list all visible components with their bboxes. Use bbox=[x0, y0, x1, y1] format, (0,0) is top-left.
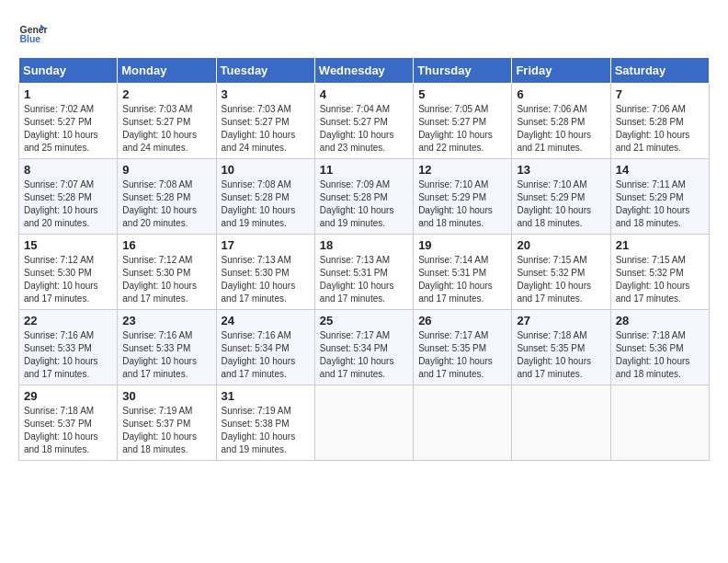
header-sunday: Sunday bbox=[19, 58, 118, 84]
day-number: 11 bbox=[320, 163, 408, 177]
day-number: 28 bbox=[616, 314, 704, 327]
table-row: 31 Sunrise: 7:19 AM Sunset: 5:38 PM Dayl… bbox=[216, 385, 314, 461]
table-row: 2 Sunrise: 7:03 AM Sunset: 5:27 PM Dayli… bbox=[118, 84, 216, 159]
day-info: Sunrise: 7:14 AM Sunset: 5:31 PM Dayligh… bbox=[418, 254, 506, 305]
day-info: Sunrise: 7:10 AM Sunset: 5:29 PM Dayligh… bbox=[517, 178, 605, 230]
day-info: Sunrise: 7:15 AM Sunset: 5:32 PM Dayligh… bbox=[616, 254, 704, 305]
table-row: 15 Sunrise: 7:12 AM Sunset: 5:30 PM Dayl… bbox=[19, 235, 118, 310]
table-row: 1 Sunrise: 7:02 AM Sunset: 5:27 PM Dayli… bbox=[19, 84, 118, 159]
day-info: Sunrise: 7:04 AM Sunset: 5:27 PM Dayligh… bbox=[320, 103, 408, 155]
table-row: 20 Sunrise: 7:15 AM Sunset: 5:32 PM Dayl… bbox=[512, 235, 610, 310]
day-info: Sunrise: 7:19 AM Sunset: 5:38 PM Dayligh… bbox=[222, 405, 310, 456]
table-row bbox=[314, 385, 413, 461]
table-row: 10 Sunrise: 7:08 AM Sunset: 5:28 PM Dayl… bbox=[216, 159, 314, 235]
table-row: 29 Sunrise: 7:18 AM Sunset: 5:37 PM Dayl… bbox=[19, 385, 118, 461]
day-number: 20 bbox=[517, 238, 605, 252]
logo: General Blue bbox=[18, 18, 48, 48]
calendar-week-row: 29 Sunrise: 7:18 AM Sunset: 5:37 PM Dayl… bbox=[19, 385, 710, 461]
table-row: 6 Sunrise: 7:06 AM Sunset: 5:28 PM Dayli… bbox=[512, 84, 610, 159]
day-info: Sunrise: 7:19 AM Sunset: 5:37 PM Dayligh… bbox=[122, 405, 210, 456]
header-monday: Monday bbox=[118, 58, 216, 84]
day-number: 15 bbox=[24, 238, 112, 252]
day-number: 17 bbox=[222, 238, 310, 252]
day-info: Sunrise: 7:03 AM Sunset: 5:27 PM Dayligh… bbox=[222, 103, 310, 155]
day-number: 4 bbox=[320, 87, 408, 101]
day-number: 12 bbox=[418, 163, 506, 177]
logo-icon: General Blue bbox=[18, 18, 48, 48]
table-row: 3 Sunrise: 7:03 AM Sunset: 5:27 PM Dayli… bbox=[216, 84, 314, 159]
day-number: 5 bbox=[418, 87, 506, 101]
day-number: 16 bbox=[122, 238, 210, 252]
table-row: 4 Sunrise: 7:04 AM Sunset: 5:27 PM Dayli… bbox=[314, 84, 413, 159]
table-row: 24 Sunrise: 7:16 AM Sunset: 5:34 PM Dayl… bbox=[216, 310, 314, 385]
day-info: Sunrise: 7:09 AM Sunset: 5:28 PM Dayligh… bbox=[320, 178, 408, 230]
day-info: Sunrise: 7:06 AM Sunset: 5:28 PM Dayligh… bbox=[616, 103, 704, 155]
table-row: 18 Sunrise: 7:13 AM Sunset: 5:31 PM Dayl… bbox=[314, 235, 413, 310]
table-row: 11 Sunrise: 7:09 AM Sunset: 5:28 PM Dayl… bbox=[314, 159, 413, 235]
day-number: 6 bbox=[517, 87, 605, 101]
day-info: Sunrise: 7:13 AM Sunset: 5:31 PM Dayligh… bbox=[320, 254, 408, 305]
table-row: 23 Sunrise: 7:16 AM Sunset: 5:33 PM Dayl… bbox=[118, 310, 216, 385]
day-number: 27 bbox=[517, 314, 605, 327]
table-row: 13 Sunrise: 7:10 AM Sunset: 5:29 PM Dayl… bbox=[512, 159, 610, 235]
day-info: Sunrise: 7:16 AM Sunset: 5:33 PM Dayligh… bbox=[24, 329, 112, 381]
day-number: 29 bbox=[24, 389, 112, 403]
calendar-week-row: 15 Sunrise: 7:12 AM Sunset: 5:30 PM Dayl… bbox=[19, 235, 710, 310]
day-info: Sunrise: 7:17 AM Sunset: 5:35 PM Dayligh… bbox=[418, 329, 506, 381]
day-info: Sunrise: 7:11 AM Sunset: 5:29 PM Dayligh… bbox=[616, 178, 704, 230]
day-info: Sunrise: 7:12 AM Sunset: 5:30 PM Dayligh… bbox=[24, 254, 112, 305]
day-number: 3 bbox=[222, 87, 310, 101]
day-info: Sunrise: 7:16 AM Sunset: 5:34 PM Dayligh… bbox=[222, 329, 310, 381]
table-row: 14 Sunrise: 7:11 AM Sunset: 5:29 PM Dayl… bbox=[610, 159, 709, 235]
day-number: 24 bbox=[222, 314, 310, 327]
table-row: 9 Sunrise: 7:08 AM Sunset: 5:28 PM Dayli… bbox=[118, 159, 216, 235]
day-info: Sunrise: 7:18 AM Sunset: 5:37 PM Dayligh… bbox=[24, 405, 112, 456]
table-row: 30 Sunrise: 7:19 AM Sunset: 5:37 PM Dayl… bbox=[118, 385, 216, 461]
calendar-table: Sunday Monday Tuesday Wednesday Thursday… bbox=[18, 57, 710, 461]
calendar-header-row: Sunday Monday Tuesday Wednesday Thursday… bbox=[19, 58, 710, 84]
table-row: 7 Sunrise: 7:06 AM Sunset: 5:28 PM Dayli… bbox=[610, 84, 709, 159]
day-info: Sunrise: 7:18 AM Sunset: 5:36 PM Dayligh… bbox=[616, 329, 704, 381]
day-number: 22 bbox=[24, 314, 112, 327]
day-info: Sunrise: 7:17 AM Sunset: 5:34 PM Dayligh… bbox=[320, 329, 408, 381]
table-row: 12 Sunrise: 7:10 AM Sunset: 5:29 PM Dayl… bbox=[414, 159, 512, 235]
table-row: 17 Sunrise: 7:13 AM Sunset: 5:30 PM Dayl… bbox=[216, 235, 314, 310]
day-number: 26 bbox=[418, 314, 506, 327]
header-saturday: Saturday bbox=[610, 58, 709, 84]
header-tuesday: Tuesday bbox=[216, 58, 314, 84]
day-info: Sunrise: 7:16 AM Sunset: 5:33 PM Dayligh… bbox=[122, 329, 210, 381]
day-number: 13 bbox=[517, 163, 605, 177]
svg-text:General: General bbox=[20, 25, 48, 35]
day-info: Sunrise: 7:06 AM Sunset: 5:28 PM Dayligh… bbox=[517, 103, 605, 155]
day-info: Sunrise: 7:18 AM Sunset: 5:35 PM Dayligh… bbox=[517, 329, 605, 381]
table-row: 16 Sunrise: 7:12 AM Sunset: 5:30 PM Dayl… bbox=[118, 235, 216, 310]
day-info: Sunrise: 7:08 AM Sunset: 5:28 PM Dayligh… bbox=[222, 178, 310, 230]
day-info: Sunrise: 7:12 AM Sunset: 5:30 PM Dayligh… bbox=[122, 254, 210, 305]
day-number: 1 bbox=[24, 87, 112, 101]
day-info: Sunrise: 7:07 AM Sunset: 5:28 PM Dayligh… bbox=[24, 178, 112, 230]
day-number: 7 bbox=[616, 87, 704, 101]
header-wednesday: Wednesday bbox=[314, 58, 413, 84]
table-row bbox=[610, 385, 709, 461]
day-info: Sunrise: 7:02 AM Sunset: 5:27 PM Dayligh… bbox=[24, 103, 112, 155]
table-row bbox=[414, 385, 512, 461]
day-number: 2 bbox=[122, 87, 210, 101]
day-number: 9 bbox=[122, 163, 210, 177]
table-row bbox=[512, 385, 610, 461]
table-row: 26 Sunrise: 7:17 AM Sunset: 5:35 PM Dayl… bbox=[414, 310, 512, 385]
day-info: Sunrise: 7:10 AM Sunset: 5:29 PM Dayligh… bbox=[418, 178, 506, 230]
day-info: Sunrise: 7:05 AM Sunset: 5:27 PM Dayligh… bbox=[418, 103, 506, 155]
day-number: 21 bbox=[616, 238, 704, 252]
calendar-week-row: 22 Sunrise: 7:16 AM Sunset: 5:33 PM Dayl… bbox=[19, 310, 710, 385]
day-number: 14 bbox=[616, 163, 704, 177]
table-row: 21 Sunrise: 7:15 AM Sunset: 5:32 PM Dayl… bbox=[610, 235, 709, 310]
page-header: General Blue bbox=[18, 18, 710, 48]
table-row: 22 Sunrise: 7:16 AM Sunset: 5:33 PM Dayl… bbox=[19, 310, 118, 385]
day-number: 10 bbox=[222, 163, 310, 177]
day-number: 23 bbox=[122, 314, 210, 327]
day-number: 18 bbox=[320, 238, 408, 252]
header-friday: Friday bbox=[512, 58, 610, 84]
table-row: 5 Sunrise: 7:05 AM Sunset: 5:27 PM Dayli… bbox=[414, 84, 512, 159]
day-info: Sunrise: 7:08 AM Sunset: 5:28 PM Dayligh… bbox=[122, 178, 210, 230]
calendar-week-row: 8 Sunrise: 7:07 AM Sunset: 5:28 PM Dayli… bbox=[19, 159, 710, 235]
